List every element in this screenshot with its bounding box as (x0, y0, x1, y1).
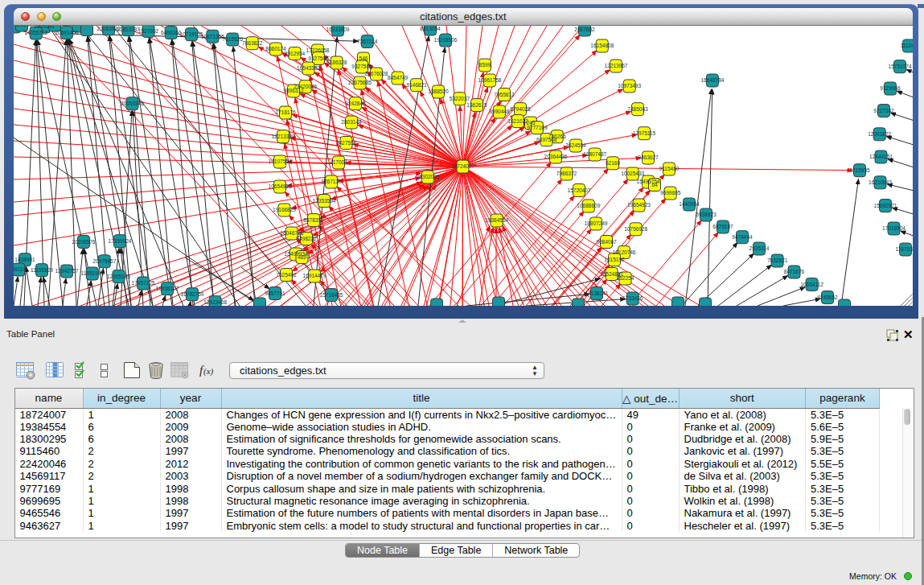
svg-text:20053346: 20053346 (121, 101, 144, 106)
svg-text:3215955: 3215955 (849, 167, 870, 173)
svg-text:9474444: 9474444 (732, 234, 753, 240)
svg-text:9329966: 9329966 (880, 85, 901, 91)
svg-text:2935114: 2935114 (749, 245, 770, 251)
svg-text:9146821: 9146821 (406, 82, 427, 88)
svg-text:10973493: 10973493 (618, 83, 641, 89)
svg-text:10120746: 10120746 (613, 249, 636, 255)
svg-text:1440954: 1440954 (679, 201, 700, 207)
svg-text:6879197: 6879197 (713, 224, 733, 229)
svg-text:8599: 8599 (479, 62, 491, 68)
svg-text:15716485: 15716485 (320, 292, 343, 298)
svg-text:7485063: 7485063 (627, 106, 648, 112)
svg-text:3624554: 3624554 (565, 142, 586, 148)
svg-text:9699695: 9699695 (660, 190, 681, 196)
svg-text:2803144: 2803144 (341, 119, 362, 125)
svg-text:9115460: 9115460 (659, 166, 680, 171)
svg-text:17957225: 17957225 (132, 280, 155, 286)
svg-text:16210643: 16210643 (869, 179, 892, 185)
svg-text:16543382: 16543382 (297, 65, 320, 71)
svg-text:14136141: 14136141 (585, 290, 609, 296)
svg-text:10958107: 10958107 (156, 286, 179, 291)
svg-text:9245652: 9245652 (817, 295, 838, 300)
svg-text:64: 64 (651, 182, 658, 187)
svg-text:1621022: 1621022 (507, 118, 528, 124)
svg-text:17359924: 17359924 (109, 238, 132, 244)
svg-text:7955812: 7955812 (494, 92, 515, 97)
svg-text:5498222: 5498222 (296, 236, 317, 241)
svg-text:17016504: 17016504 (882, 225, 906, 231)
svg-text:12213389: 12213389 (272, 134, 295, 139)
svg-text:15720407: 15720407 (568, 187, 591, 193)
svg-text:7986372: 7986372 (556, 171, 577, 176)
svg-text:12905185: 12905185 (107, 274, 130, 279)
svg-text:9327508: 9327508 (351, 64, 372, 69)
svg-text:489: 489 (298, 254, 306, 260)
svg-text:7632621: 7632621 (767, 257, 788, 263)
svg-text:10853287: 10853287 (117, 27, 140, 32)
svg-text:8878352: 8878352 (303, 217, 324, 223)
svg-text:3267130: 3267130 (321, 179, 342, 184)
svg-text:10654925: 10654925 (269, 183, 292, 189)
svg-text:8471676: 8471676 (784, 269, 805, 274)
svg-text:9896312: 9896312 (283, 88, 304, 93)
svg-text:1733426: 1733426 (622, 295, 643, 301)
svg-text:9227342: 9227342 (873, 108, 894, 113)
svg-text:23676028: 23676028 (365, 71, 388, 76)
svg-text:10688609: 10688609 (577, 203, 600, 208)
svg-text:23675685: 23675685 (348, 80, 372, 85)
svg-text:13226058: 13226058 (306, 47, 330, 53)
svg-text:19384554: 19384554 (485, 217, 508, 223)
svg-text:2718176: 2718176 (275, 109, 296, 115)
svg-text:16914479: 16914479 (303, 273, 326, 278)
svg-text:10719155: 10719155 (180, 31, 203, 37)
svg-text:8912954: 8912954 (285, 51, 306, 56)
svg-text:9463627: 9463627 (638, 154, 659, 160)
svg-text:417004: 417004 (330, 159, 347, 165)
svg-text:8186328: 8186328 (326, 60, 347, 65)
svg-text:18724007: 18724007 (451, 163, 474, 169)
svg-text:1588520: 1588520 (428, 89, 449, 94)
svg-text:9457791: 9457791 (265, 290, 285, 296)
svg-text:6794028: 6794028 (510, 106, 531, 112)
svg-text:19166829: 19166829 (273, 207, 296, 212)
svg-text:2087682: 2087682 (574, 27, 595, 32)
svg-text:12923468: 12923468 (203, 299, 227, 305)
svg-text:8427552: 8427552 (336, 140, 357, 146)
svg-text:9084067: 9084067 (596, 239, 617, 245)
svg-text:6497568: 6497568 (536, 137, 557, 142)
svg-text:8454749: 8454749 (388, 75, 409, 80)
svg-text:11451943: 11451943 (81, 270, 105, 276)
svg-text:16033809: 16033809 (326, 27, 350, 32)
svg-text:39119: 39119 (14, 266, 27, 272)
svg-text:6466160: 6466160 (161, 30, 182, 35)
svg-text:10961758: 10961758 (478, 77, 502, 83)
svg-text:19654923: 19654923 (627, 202, 651, 208)
svg-text:16782759: 16782759 (181, 291, 204, 297)
svg-text:111247: 111247 (901, 43, 913, 48)
svg-text:7357224: 7357224 (357, 39, 378, 44)
svg-text:18807249: 18807249 (585, 220, 608, 226)
svg-text:8990448: 8990448 (489, 109, 510, 114)
svg-text:12213967: 12213967 (605, 63, 628, 68)
svg-text:10654112: 10654112 (800, 282, 823, 287)
svg-text:11156829: 11156829 (31, 267, 53, 273)
svg-text:10756928: 10756928 (624, 226, 647, 232)
svg-text:5322037: 5322037 (450, 96, 470, 101)
svg-text:12942757: 12942757 (55, 268, 79, 274)
svg-text:1362615: 1362615 (466, 102, 487, 108)
svg-text:7663822: 7663822 (242, 40, 263, 46)
svg-text:10107554: 10107554 (269, 159, 292, 164)
svg-text:12975115: 12975115 (633, 130, 656, 136)
svg-text:546: 546 (359, 56, 368, 61)
svg-text:9777169: 9777169 (527, 125, 548, 130)
svg-text:1527602: 1527602 (138, 28, 159, 34)
svg-text:20364436: 20364436 (544, 154, 568, 159)
svg-text:20975867: 20975867 (92, 258, 116, 264)
svg-text:19218506: 19218506 (434, 37, 458, 43)
svg-text:8660124: 8660124 (265, 46, 286, 51)
svg-text:25302035: 25302035 (417, 174, 440, 179)
svg-text:15751074: 15751074 (889, 64, 912, 69)
svg-text:10671355: 10671355 (201, 34, 224, 39)
svg-text:10807487: 10807487 (583, 151, 606, 157)
svg-text:12093822: 12093822 (868, 131, 891, 137)
